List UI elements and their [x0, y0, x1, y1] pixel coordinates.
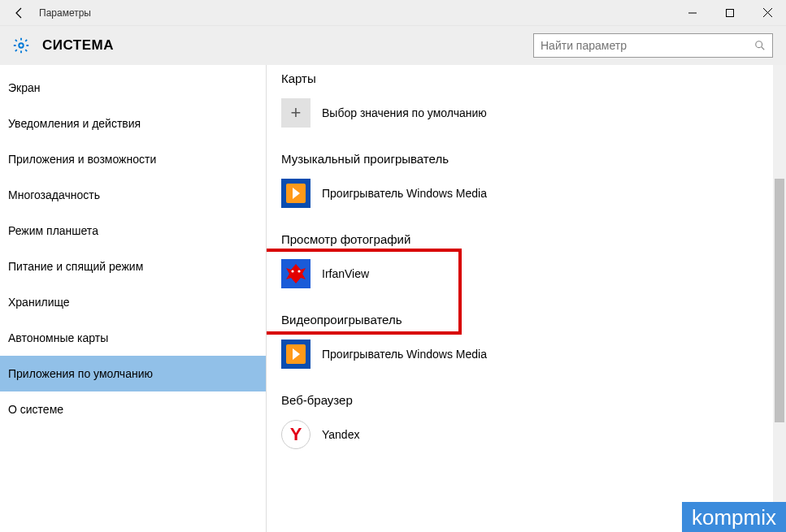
group-title: Просмотр фотографий [281, 232, 786, 246]
group-maps: Карты + Выбор значения по умолчанию [281, 71, 786, 129]
default-app-photos[interactable]: IrfanView [281, 257, 786, 290]
search-input[interactable] [541, 39, 754, 52]
minimize-button[interactable] [674, 0, 711, 26]
svg-point-6 [297, 270, 300, 272]
window-title: Параметры [39, 7, 91, 19]
section-title: СИСТЕМА [42, 37, 114, 54]
default-app-video[interactable]: Проигрыватель Windows Media [281, 338, 786, 370]
watermark: kompmix [682, 502, 786, 532]
yandex-icon: Y [281, 420, 310, 449]
sidebar-item-display[interactable]: Экран [0, 70, 266, 106]
app-label: Yandex [322, 428, 359, 441]
app-label: Выбор значения по умолчанию [322, 106, 487, 119]
maximize-button[interactable] [711, 0, 749, 26]
sidebar-item-multitasking[interactable]: Многозадачность [0, 177, 266, 213]
sidebar-item-offline-maps[interactable]: Автономные карты [0, 320, 266, 356]
search-box[interactable] [533, 33, 773, 58]
group-video: Видеопроигрыватель Проигрыватель Windows… [281, 313, 786, 370]
default-app-music[interactable]: Проигрыватель Windows Media [281, 177, 786, 210]
sidebar-item-tablet-mode[interactable]: Режим планшета [0, 213, 266, 249]
group-title: Музыкальный проигрыватель [281, 152, 786, 166]
titlebar: Параметры [0, 0, 786, 26]
search-icon [754, 40, 766, 51]
default-app-maps[interactable]: + Выбор значения по умолчанию [281, 97, 786, 129]
sidebar-item-power-sleep[interactable]: Питание и спящий режим [0, 249, 266, 284]
svg-point-3 [756, 41, 762, 48]
default-app-browser[interactable]: Y Yandex [281, 418, 786, 451]
sidebar: Экран Уведомления и действия Приложения … [0, 65, 267, 532]
group-title: Карты [281, 71, 786, 85]
back-button[interactable] [0, 6, 39, 19]
sidebar-item-notifications[interactable]: Уведомления и действия [0, 106, 266, 141]
group-photo-viewer: Просмотр фотографий IrfanView [281, 232, 786, 290]
sidebar-item-storage[interactable]: Хранилище [0, 284, 266, 320]
group-title: Веб-браузер [281, 393, 786, 407]
sidebar-item-about[interactable]: О системе [0, 391, 266, 427]
svg-line-4 [762, 47, 765, 50]
group-browser: Веб-браузер Y Yandex [281, 393, 786, 451]
sidebar-item-apps-features[interactable]: Приложения и возможности [0, 141, 266, 177]
irfanview-icon [281, 259, 310, 288]
group-music: Музыкальный проигрыватель Проигрыватель … [281, 152, 786, 210]
group-title: Видеопроигрыватель [281, 313, 786, 327]
app-label: Проигрыватель Windows Media [322, 187, 487, 200]
header: СИСТЕМА [0, 26, 786, 65]
sidebar-item-default-apps[interactable]: Приложения по умолчанию [0, 356, 266, 391]
app-label: IrfanView [322, 267, 369, 280]
close-button[interactable] [749, 0, 786, 26]
svg-point-2 [19, 43, 24, 48]
app-label: Проигрыватель Windows Media [322, 348, 487, 361]
wmp-icon [281, 179, 310, 208]
svg-point-5 [291, 270, 293, 272]
svg-rect-1 [727, 9, 734, 16]
scrollbar-track[interactable] [773, 65, 786, 532]
scrollbar-thumb[interactable] [775, 179, 784, 422]
main-content: Карты + Выбор значения по умолчанию Музы… [267, 65, 786, 532]
wmp-icon [281, 340, 310, 369]
gear-icon [11, 36, 31, 55]
plus-icon: + [281, 98, 310, 128]
